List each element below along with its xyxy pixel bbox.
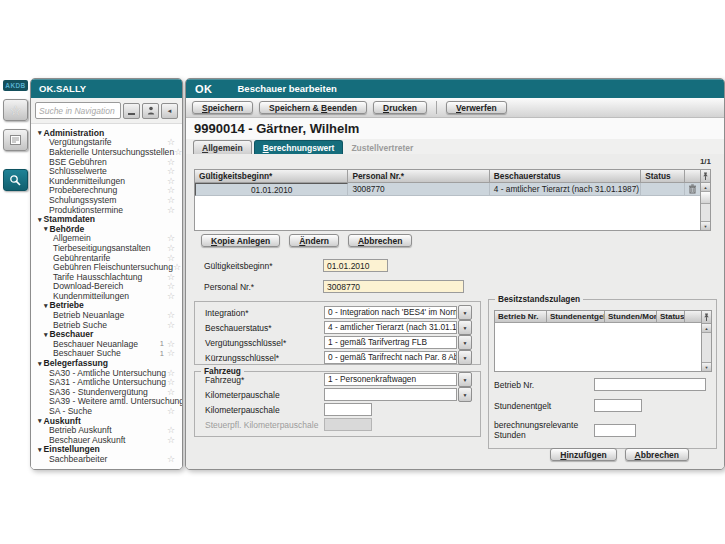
nav-item[interactable]: SA31 - Amtliche Untersuchung xyxy=(31,377,182,387)
pin-column-button[interactable] xyxy=(702,311,711,324)
nav-item[interactable]: Betrieb Suche xyxy=(31,320,182,330)
stundenentgelt-input[interactable] xyxy=(594,399,642,412)
aendern-button[interactable]: Ändern xyxy=(289,234,339,247)
abbrechen-button[interactable]: Abbrechen xyxy=(348,234,412,247)
column-header[interactable]: Stundenentgelt xyxy=(547,311,605,323)
favorite-star-icon[interactable] xyxy=(167,339,175,349)
berechnungsrelevante-stunden-input[interactable] xyxy=(594,424,636,437)
scrollbar-track[interactable] xyxy=(702,333,711,362)
verguetungsschluessel-select[interactable]: 1 - gemäß Tarifvertrag FLB xyxy=(324,336,457,349)
favorite-star-icon[interactable] xyxy=(167,205,175,215)
gueltigkeitsbeginn-input[interactable] xyxy=(323,259,388,272)
nav-item[interactable]: Beschauer Neuanlage1 xyxy=(31,339,182,349)
scrollbar-thumb[interactable] xyxy=(701,192,710,204)
favorite-star-icon[interactable] xyxy=(167,195,175,205)
nav-group-beschauer[interactable]: Beschauer xyxy=(31,329,182,339)
favorite-star-icon[interactable] xyxy=(167,233,175,243)
dropdown-button[interactable]: ▼ xyxy=(458,350,472,365)
abbrechen-button[interactable]: Abbrechen xyxy=(625,448,689,461)
nav-group-stammdaten[interactable]: Stammdaten xyxy=(31,214,182,224)
kuerzungsschluessel-select[interactable]: 0 - gemäß Tarifrecht nach Par. 8 Abs. 7 … xyxy=(324,351,457,364)
nav-item[interactable]: Gebührentarife xyxy=(31,253,182,263)
favorite-star-icon[interactable] xyxy=(173,262,181,272)
column-header[interactable]: Stunden/Monat xyxy=(605,311,657,323)
drucken-button[interactable]: Drucken xyxy=(373,101,427,114)
nav-item[interactable]: SA30 - Amtliche Untersuchung xyxy=(31,368,182,378)
nav-item[interactable]: Sachbearbeiter xyxy=(31,454,182,464)
dropdown-button[interactable]: ▼ xyxy=(458,335,472,350)
nav-item[interactable]: SA36 - Stundenvergütung xyxy=(31,387,182,397)
column-header[interactable]: Betrieb Nr. xyxy=(495,311,547,323)
favorite-star-icon[interactable] xyxy=(167,454,175,464)
scroll-down-button[interactable]: ▼ xyxy=(701,221,710,230)
kopie-anlegen-button[interactable]: Kopie Anlegen xyxy=(201,234,280,247)
favorite-star-icon[interactable] xyxy=(167,348,175,358)
favorite-star-icon[interactable] xyxy=(167,272,175,282)
fahrzeug-select[interactable]: 1 - Personenkraftwagen xyxy=(324,373,457,386)
dropdown-button[interactable]: ▼ xyxy=(458,387,472,402)
nav-item[interactable]: Allgemein xyxy=(31,234,182,244)
nav-item[interactable]: Beschauer Suche1 xyxy=(31,349,182,359)
column-header[interactable]: Status xyxy=(641,170,685,183)
app-search-button[interactable] xyxy=(3,169,28,191)
nav-item[interactable]: Kundenmitteilungen xyxy=(31,291,182,301)
nav-item[interactable]: Betrieb Auskunft xyxy=(31,425,182,435)
nav-item[interactable]: Download-Bereich xyxy=(31,282,182,292)
nav-item[interactable]: Gebühren Fleischuntersuchung xyxy=(31,262,182,272)
nav-item[interactable]: Betrieb Neuanlage xyxy=(31,310,182,320)
scroll-up-button[interactable]: ▲ xyxy=(701,183,710,192)
nav-item[interactable]: Probeberechnung xyxy=(31,186,182,196)
delete-row-button[interactable] xyxy=(685,183,700,196)
favorite-star-icon[interactable] xyxy=(167,320,175,330)
nav-item[interactable]: Bakterielle Untersuchungsstellen xyxy=(31,147,182,157)
nav-group-einstellungen[interactable]: Einstellungen xyxy=(31,445,182,455)
dropdown-button[interactable]: ▼ xyxy=(458,305,472,320)
favorite-star-icon[interactable] xyxy=(167,253,175,263)
nav-item[interactable]: Tierbeseitigungsanstalten xyxy=(31,243,182,253)
column-header[interactable]: Gültigkeitsbeginn* xyxy=(195,170,348,183)
favorite-star-icon[interactable] xyxy=(167,157,175,167)
favorite-star-icon[interactable] xyxy=(167,435,175,445)
column-header[interactable]: Status xyxy=(657,311,685,323)
favorite-star-icon[interactable] xyxy=(167,166,175,176)
speichern-beenden-button[interactable]: Speichern & Beenden xyxy=(259,101,367,114)
cell-personal-nr[interactable]: 3008770 xyxy=(348,183,489,196)
favorite-star-icon[interactable] xyxy=(167,387,175,397)
kilometerpauschale-select[interactable] xyxy=(324,388,457,401)
favorite-star-icon[interactable] xyxy=(174,147,182,157)
nav-item[interactable]: Schlüsselwerte xyxy=(31,166,182,176)
verwerfen-button[interactable]: Verwerfen xyxy=(446,101,507,114)
nav-group-behoerde[interactable]: Behörde xyxy=(31,224,182,234)
favorite-star-icon[interactable] xyxy=(167,406,175,416)
navigation-search-input[interactable] xyxy=(35,102,121,119)
betrieb-nr-input[interactable] xyxy=(594,378,706,391)
dropdown-button[interactable]: ▼ xyxy=(458,372,472,387)
table-row-selected[interactable]: 01.01.2010 3008770 4 - amtlicher Tierarz… xyxy=(195,183,700,196)
nav-item[interactable]: Vergütungstarife xyxy=(31,138,182,148)
personal-nr-input[interactable] xyxy=(323,280,464,293)
column-header[interactable]: Beschauerstatus xyxy=(490,170,641,183)
nav-item[interactable]: Tarife Hausschlachtung xyxy=(31,272,182,282)
cell-status[interactable] xyxy=(641,183,685,196)
integration-select[interactable]: 0 - Integration nach 'BES4' im Normalfal… xyxy=(324,306,457,319)
hinzufuegen-button[interactable]: Hinzufügen xyxy=(550,448,616,461)
kilometerpauschale-input[interactable] xyxy=(324,403,372,416)
beschauerstatus-select[interactable]: 4 - amtlicher Tierarzt (nach 31.01.1987) xyxy=(324,321,457,334)
favorite-star-icon[interactable] xyxy=(167,310,175,320)
favorite-star-icon[interactable] xyxy=(167,137,175,147)
nav-item[interactable]: SA39 - Weitere amtl. Untersuchung xyxy=(31,397,182,407)
pin-column-button[interactable] xyxy=(701,170,710,183)
favorite-star-icon[interactable] xyxy=(167,291,175,301)
nav-group-betriebe[interactable]: Betriebe xyxy=(31,301,182,311)
dropdown-button[interactable]: ▼ xyxy=(458,320,472,335)
nav-item[interactable]: Produktionstermine xyxy=(31,205,182,215)
user-button[interactable] xyxy=(142,103,159,119)
nav-item[interactable]: Beschauer Auskunft xyxy=(31,435,182,445)
nav-group-auskunft[interactable]: Auskunft xyxy=(31,416,182,426)
favorites-button[interactable]: ☆ xyxy=(3,99,28,121)
nav-item[interactable]: SA - Suche xyxy=(31,406,182,416)
nav-group-administration[interactable]: Administration xyxy=(31,128,182,138)
forms-button[interactable] xyxy=(3,129,28,151)
cell-beschauerstatus[interactable]: 4 - amtlicher Tierarzt (nach 31.01.1987) xyxy=(490,183,641,196)
tab-berechnungswert[interactable]: Berechnungswert xyxy=(254,140,344,155)
